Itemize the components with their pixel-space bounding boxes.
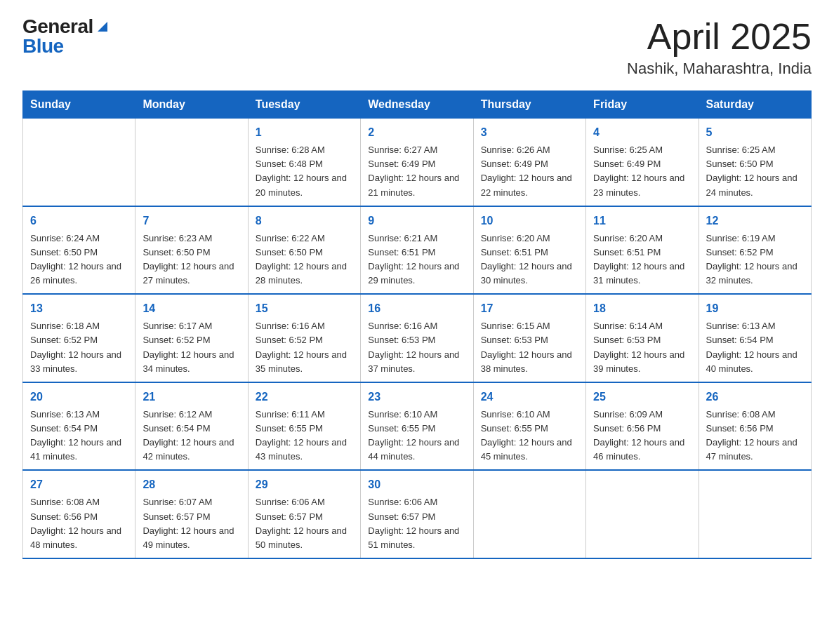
day-number: 25 <box>593 389 691 405</box>
day-number: 6 <box>30 213 128 229</box>
day-info: Sunrise: 6:17 AMSunset: 6:52 PMDaylight:… <box>143 319 240 376</box>
calendar-cell: 23Sunrise: 6:10 AMSunset: 6:55 PMDayligh… <box>361 382 473 471</box>
day-number: 10 <box>481 213 578 229</box>
calendar-table: SundayMondayTuesdayWednesdayThursdayFrid… <box>22 90 812 559</box>
logo-blue-text: Blue <box>22 36 64 56</box>
day-info: Sunrise: 6:21 AMSunset: 6:51 PMDaylight:… <box>368 232 465 288</box>
calendar-header-tuesday: Tuesday <box>248 91 360 119</box>
day-info: Sunrise: 6:27 AMSunset: 6:49 PMDaylight:… <box>368 143 465 200</box>
calendar-cell: 24Sunrise: 6:10 AMSunset: 6:55 PMDayligh… <box>473 382 585 471</box>
day-number: 19 <box>706 300 804 317</box>
svg-marker-0 <box>98 22 107 32</box>
calendar-cell: 28Sunrise: 6:07 AMSunset: 6:57 PMDayligh… <box>135 470 248 558</box>
day-info: Sunrise: 6:10 AMSunset: 6:55 PMDaylight:… <box>481 408 578 464</box>
calendar-body: 1Sunrise: 6:28 AMSunset: 6:48 PMDaylight… <box>23 119 812 558</box>
day-number: 28 <box>143 476 240 493</box>
calendar-header-sunday: Sunday <box>23 91 135 119</box>
day-number: 14 <box>143 300 240 317</box>
day-info: Sunrise: 6:09 AMSunset: 6:56 PMDaylight:… <box>593 408 691 464</box>
day-info: Sunrise: 6:06 AMSunset: 6:57 PMDaylight:… <box>256 495 353 552</box>
calendar-cell: 12Sunrise: 6:19 AMSunset: 6:52 PMDayligh… <box>699 206 811 295</box>
calendar-header-monday: Monday <box>135 91 248 119</box>
day-info: Sunrise: 6:25 AMSunset: 6:49 PMDaylight:… <box>593 143 691 200</box>
calendar-cell <box>699 470 811 558</box>
day-info: Sunrise: 6:23 AMSunset: 6:50 PMDaylight:… <box>143 232 240 288</box>
logo: General Blue <box>22 17 110 56</box>
day-info: Sunrise: 6:14 AMSunset: 6:53 PMDaylight:… <box>593 319 691 376</box>
day-number: 9 <box>368 213 465 229</box>
calendar-header-row: SundayMondayTuesdayWednesdayThursdayFrid… <box>23 91 812 119</box>
calendar-week-row: 6Sunrise: 6:24 AMSunset: 6:50 PMDaylight… <box>23 206 812 295</box>
calendar-cell <box>473 470 585 558</box>
day-number: 23 <box>368 389 465 405</box>
day-info: Sunrise: 6:26 AMSunset: 6:49 PMDaylight:… <box>481 143 578 200</box>
day-info: Sunrise: 6:07 AMSunset: 6:57 PMDaylight:… <box>143 495 240 552</box>
calendar-cell: 30Sunrise: 6:06 AMSunset: 6:57 PMDayligh… <box>361 470 473 558</box>
day-info: Sunrise: 6:24 AMSunset: 6:50 PMDaylight:… <box>30 232 128 288</box>
calendar-cell: 4Sunrise: 6:25 AMSunset: 6:49 PMDaylight… <box>586 119 699 206</box>
calendar-cell: 29Sunrise: 6:06 AMSunset: 6:57 PMDayligh… <box>248 470 360 558</box>
day-info: Sunrise: 6:22 AMSunset: 6:50 PMDaylight:… <box>256 232 353 288</box>
calendar-cell: 18Sunrise: 6:14 AMSunset: 6:53 PMDayligh… <box>586 294 699 382</box>
calendar-header-wednesday: Wednesday <box>361 91 473 119</box>
day-info: Sunrise: 6:16 AMSunset: 6:52 PMDaylight:… <box>256 319 353 376</box>
calendar-cell: 21Sunrise: 6:12 AMSunset: 6:54 PMDayligh… <box>135 382 248 471</box>
calendar-cell: 11Sunrise: 6:20 AMSunset: 6:51 PMDayligh… <box>586 206 699 295</box>
day-number: 30 <box>368 476 465 493</box>
calendar-cell: 6Sunrise: 6:24 AMSunset: 6:50 PMDaylight… <box>23 206 135 295</box>
calendar-cell: 25Sunrise: 6:09 AMSunset: 6:56 PMDayligh… <box>586 382 699 471</box>
day-info: Sunrise: 6:11 AMSunset: 6:55 PMDaylight:… <box>256 408 353 464</box>
calendar-cell: 3Sunrise: 6:26 AMSunset: 6:49 PMDaylight… <box>473 119 585 206</box>
day-number: 22 <box>256 389 353 405</box>
calendar-cell: 15Sunrise: 6:16 AMSunset: 6:52 PMDayligh… <box>248 294 360 382</box>
day-info: Sunrise: 6:08 AMSunset: 6:56 PMDaylight:… <box>30 495 128 552</box>
day-info: Sunrise: 6:16 AMSunset: 6:53 PMDaylight:… <box>368 319 465 376</box>
day-info: Sunrise: 6:20 AMSunset: 6:51 PMDaylight:… <box>481 232 578 288</box>
calendar-week-row: 20Sunrise: 6:13 AMSunset: 6:54 PMDayligh… <box>23 382 812 471</box>
day-number: 7 <box>143 213 240 229</box>
day-number: 16 <box>368 300 465 317</box>
day-number: 26 <box>706 389 804 405</box>
calendar-cell: 26Sunrise: 6:08 AMSunset: 6:56 PMDayligh… <box>699 382 811 471</box>
day-info: Sunrise: 6:12 AMSunset: 6:54 PMDaylight:… <box>143 408 240 464</box>
calendar-cell: 1Sunrise: 6:28 AMSunset: 6:48 PMDaylight… <box>248 119 360 206</box>
day-info: Sunrise: 6:15 AMSunset: 6:53 PMDaylight:… <box>481 319 578 376</box>
calendar-week-row: 27Sunrise: 6:08 AMSunset: 6:56 PMDayligh… <box>23 470 812 558</box>
calendar-cell: 5Sunrise: 6:25 AMSunset: 6:50 PMDaylight… <box>699 119 811 206</box>
day-info: Sunrise: 6:19 AMSunset: 6:52 PMDaylight:… <box>706 232 804 288</box>
day-number: 13 <box>30 300 128 317</box>
day-info: Sunrise: 6:06 AMSunset: 6:57 PMDaylight:… <box>368 495 465 552</box>
logo-general-text: General <box>22 17 93 36</box>
calendar-header-friday: Friday <box>586 91 699 119</box>
day-number: 12 <box>706 213 804 229</box>
calendar-cell <box>586 470 699 558</box>
day-number: 15 <box>256 300 353 317</box>
day-info: Sunrise: 6:25 AMSunset: 6:50 PMDaylight:… <box>706 143 804 200</box>
day-info: Sunrise: 6:20 AMSunset: 6:51 PMDaylight:… <box>593 232 691 288</box>
page-subtitle: Nashik, Maharashtra, India <box>627 60 812 78</box>
day-number: 8 <box>256 213 353 229</box>
day-number: 1 <box>256 124 353 141</box>
calendar-cell: 19Sunrise: 6:13 AMSunset: 6:54 PMDayligh… <box>699 294 811 382</box>
calendar-cell: 14Sunrise: 6:17 AMSunset: 6:52 PMDayligh… <box>135 294 248 382</box>
calendar-header-saturday: Saturday <box>699 91 811 119</box>
calendar-cell: 27Sunrise: 6:08 AMSunset: 6:56 PMDayligh… <box>23 470 135 558</box>
day-number: 21 <box>143 389 240 405</box>
calendar-cell: 10Sunrise: 6:20 AMSunset: 6:51 PMDayligh… <box>473 206 585 295</box>
day-number: 11 <box>593 213 691 229</box>
day-number: 4 <box>593 124 691 141</box>
calendar-week-row: 1Sunrise: 6:28 AMSunset: 6:48 PMDaylight… <box>23 119 812 206</box>
day-number: 3 <box>481 124 578 141</box>
day-info: Sunrise: 6:13 AMSunset: 6:54 PMDaylight:… <box>30 408 128 464</box>
calendar-cell: 20Sunrise: 6:13 AMSunset: 6:54 PMDayligh… <box>23 382 135 471</box>
day-number: 29 <box>256 476 353 493</box>
calendar-cell: 9Sunrise: 6:21 AMSunset: 6:51 PMDaylight… <box>361 206 473 295</box>
day-info: Sunrise: 6:13 AMSunset: 6:54 PMDaylight:… <box>706 319 804 376</box>
day-number: 24 <box>481 389 578 405</box>
day-number: 17 <box>481 300 578 317</box>
calendar-cell <box>135 119 248 206</box>
calendar-cell <box>23 119 135 206</box>
calendar-cell: 2Sunrise: 6:27 AMSunset: 6:49 PMDaylight… <box>361 119 473 206</box>
day-number: 5 <box>706 124 804 141</box>
page-title: April 2025 <box>627 17 812 57</box>
